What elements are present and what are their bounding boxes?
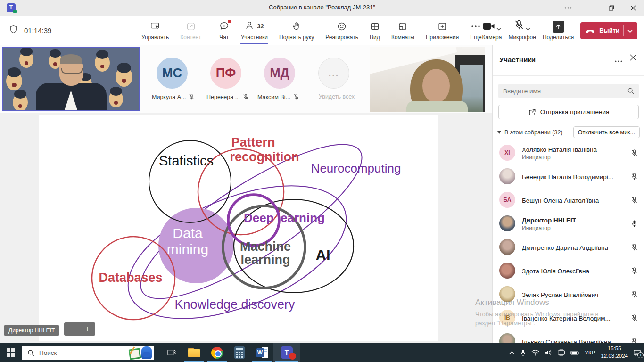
presenter-silhouette	[36, 83, 107, 111]
mute-all-button[interactable]: Отключить все мик...	[573, 126, 640, 138]
avatar-photo	[499, 263, 515, 279]
tray-chevron-icon[interactable]	[509, 351, 515, 355]
participant-row[interactable]: Бенедик Наталія Володимирі...	[493, 165, 644, 189]
mic-muted-icon[interactable]	[631, 267, 638, 275]
task-view-button[interactable]	[163, 343, 182, 362]
label-pattern: Pattern	[231, 135, 275, 149]
file-explorer-button[interactable]	[183, 343, 206, 362]
share-button[interactable]: Поделиться	[543, 21, 574, 41]
leave-button[interactable]: Выйти	[580, 22, 637, 39]
meeting-toolbar: 01:14:39 Управлять Контент	[0, 16, 644, 45]
mic-muted-icon[interactable]	[631, 337, 638, 343]
label-databases: Databases	[99, 271, 162, 285]
teams-notification-badge	[289, 353, 296, 360]
stage-avatar-pf[interactable]: ПФ	[210, 58, 241, 89]
microphone-chevron-icon[interactable]	[526, 24, 530, 33]
camera-button[interactable]: Камера	[482, 20, 502, 41]
participants-button[interactable]: 32 Участники	[235, 16, 273, 45]
manage-screen-icon	[149, 21, 161, 32]
chrome-button[interactable]	[206, 343, 228, 362]
stage-avatar-pf-label: Перевера ...	[206, 93, 249, 100]
security-shield-icon	[8, 24, 18, 37]
panel-more-icon[interactable]	[615, 56, 622, 64]
tray-mic-icon[interactable]	[520, 349, 526, 356]
chat-button[interactable]: Чат	[213, 16, 235, 45]
participant-row[interactable]: Здота Юлія Олексіївна	[493, 259, 644, 283]
react-button[interactable]: Реагировать	[320, 16, 364, 45]
avatar-photo	[499, 333, 515, 343]
participant-search[interactable]	[498, 84, 639, 98]
restore-button[interactable]	[601, 0, 622, 16]
participant-row[interactable]: Зеляк Руслан Віталійович	[493, 283, 644, 306]
participant-webcam-tile[interactable]	[370, 47, 485, 112]
zoom-in-button[interactable]: +	[85, 325, 90, 333]
mic-muted-icon[interactable]	[631, 196, 638, 204]
panel-title: Участники	[499, 56, 536, 64]
tray-wifi-icon[interactable]	[531, 349, 539, 356]
zoom-controls: − +	[64, 322, 95, 336]
language-indicator[interactable]: УКР	[585, 350, 595, 355]
manage-button[interactable]: Управлять	[136, 16, 174, 45]
mic-muted-icon[interactable]	[631, 290, 638, 298]
participant-name: Здота Юлія Олексіївна	[522, 268, 589, 275]
search-input[interactable]	[503, 84, 621, 98]
leave-chevron-icon[interactable]	[627, 26, 633, 35]
taskbar-search[interactable]: Поиск	[22, 346, 154, 360]
search-highlight-icon	[129, 346, 152, 359]
participant-row[interactable]: Дмитренко Дарина Андріївна	[493, 236, 644, 259]
microphone-button[interactable]: Микрофон	[508, 20, 536, 41]
system-tray: УКР 15:55 12.03.2024 1	[509, 343, 641, 362]
taskbar-clock[interactable]: 15:55 12.03.2024	[601, 345, 628, 360]
participant-name: Холявко Наталія Іванівна	[522, 146, 597, 153]
minimize-button[interactable]	[579, 0, 601, 16]
close-button[interactable]	[622, 0, 644, 16]
tray-battery-icon[interactable]	[570, 350, 579, 355]
stage-avatar-mc[interactable]: МС	[157, 58, 188, 89]
participant-role: Инициатор	[522, 225, 576, 231]
participant-row[interactable]: Ільєнко Єлизавета Валеріївна	[493, 330, 644, 343]
mic-on-icon[interactable]	[631, 220, 638, 228]
send-invite-button[interactable]: Отправка приглашения	[498, 105, 639, 119]
participant-row[interactable]: ХІ Холявко Наталія Іванівна Инициатор	[493, 141, 644, 165]
zoom-out-button[interactable]: −	[70, 325, 74, 333]
section-label[interactable]: В этом собрании (32)	[504, 129, 563, 136]
participant-row[interactable]: Директор ННІ ЕІТ Инициатор	[493, 212, 644, 236]
mic-muted-icon	[293, 93, 299, 100]
stage-avatar-md[interactable]: МД	[264, 58, 295, 89]
label-statistics: Statistics	[159, 153, 214, 168]
view-button[interactable]: Вид	[364, 16, 386, 45]
teams-meeting-window: T Собрание в канале "Розклад JM-231" 01:…	[0, 0, 644, 362]
mic-muted-icon[interactable]	[631, 173, 638, 181]
calculator-button[interactable]	[228, 343, 251, 362]
participant-row[interactable]: ІВ Іваненко Катерина Володим...	[493, 306, 644, 330]
mic-muted-icon[interactable]	[631, 314, 638, 322]
search-placeholder: Поиск	[39, 349, 57, 356]
titlebar-more-icon[interactable]	[557, 0, 579, 16]
avatar: ІВ	[499, 310, 515, 326]
search-icon	[27, 349, 34, 356]
teams-button[interactable]: T	[273, 343, 300, 362]
label-recognition: recognition	[230, 150, 299, 164]
see-all-button[interactable]: ...	[318, 58, 349, 89]
start-button[interactable]	[0, 343, 22, 362]
section-collapse-icon[interactable]	[497, 131, 501, 134]
presenter-video-tile[interactable]	[2, 47, 140, 111]
participant-name: Дмитренко Дарина Андріївна	[522, 244, 608, 251]
view-grid-icon	[370, 21, 380, 32]
word-button[interactable]: W	[251, 343, 273, 362]
avatar: БА	[499, 192, 515, 208]
rooms-button[interactable]: Комнаты	[386, 16, 420, 45]
meeting-timer: 01:14:39	[24, 26, 51, 34]
mic-muted-icon[interactable]	[631, 243, 638, 251]
raise-hand-button[interactable]: Поднять руку	[273, 16, 320, 45]
tray-volume-icon[interactable]	[545, 349, 552, 356]
apps-button[interactable]: Приложения	[420, 16, 464, 45]
ai-ml-venn-diagram: Statistics Pattern recognition Neurocomp…	[39, 115, 438, 341]
participant-row[interactable]: БА Бешун Олена Анатоліївна	[493, 189, 644, 212]
mic-muted-icon[interactable]	[631, 149, 638, 157]
camera-chevron-icon[interactable]	[496, 24, 501, 33]
tray-display-icon[interactable]	[557, 349, 565, 356]
panel-close-icon[interactable]	[630, 54, 636, 63]
notification-center-icon[interactable]: 1	[633, 349, 641, 356]
windows-logo-icon	[7, 348, 15, 357]
